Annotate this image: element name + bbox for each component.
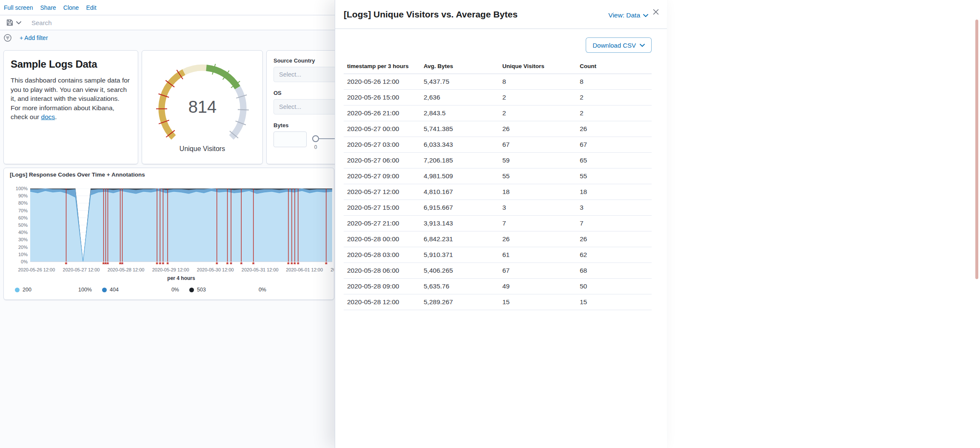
bytes-slider-min-value: 0: [314, 144, 317, 150]
table-header-row: timestamp per 3 hours Avg. Bytes Unique …: [344, 58, 652, 74]
share-link[interactable]: Share: [40, 4, 56, 11]
table-cell: 50: [576, 279, 652, 294]
full-screen-link[interactable]: Full screen: [4, 4, 33, 11]
gauge-range-arc: [162, 72, 184, 137]
table-row: 2020-05-28 12:005,289.2671515: [344, 294, 652, 310]
table-cell: 5,910.371: [420, 247, 499, 263]
table-cell: 2020-05-27 15:00: [344, 200, 420, 216]
table-row: 2020-05-27 06:007,206.1855965: [344, 153, 652, 168]
scrollbar-thumb[interactable]: [975, 20, 978, 279]
table-row: 2020-05-26 21:002,843.522: [344, 106, 652, 121]
table-cell: 3,913.143: [420, 216, 499, 231]
x-tick-label: 2020-05-26 12:00: [18, 267, 55, 272]
view-selector-button[interactable]: View: Data: [608, 11, 648, 19]
chevron-down-icon: [16, 21, 21, 24]
table-row: 2020-05-27 15:006,915.66733: [344, 200, 652, 216]
search-input[interactable]: Search: [31, 19, 52, 26]
table-cell: 2020-05-26 21:00: [344, 106, 420, 121]
edit-link[interactable]: Edit: [86, 4, 96, 11]
gauge-chart: 814: [143, 57, 262, 148]
table-cell: 62: [576, 247, 652, 263]
legend-item-404[interactable]: 404 0%: [102, 287, 179, 293]
table-row: 2020-05-28 00:006,842.2312626: [344, 231, 652, 247]
bytes-input[interactable]: [273, 131, 307, 147]
table-cell: 2020-05-27 06:00: [344, 153, 420, 168]
docs-link[interactable]: docs: [41, 113, 55, 120]
table-cell: 7,206.185: [420, 153, 499, 168]
table-cell: 2,843.5: [420, 106, 499, 121]
table-cell: 2: [576, 106, 652, 121]
table-cell: 67: [576, 137, 652, 153]
table-cell: 3: [576, 200, 652, 216]
x-tick-label: 2020-06-02 12:00: [330, 267, 334, 272]
add-filter-button[interactable]: + Add filter: [20, 34, 48, 41]
legend-label-404: 404: [110, 287, 119, 293]
legend-value-503: 0%: [259, 287, 266, 293]
legend-value-404: 0%: [171, 287, 179, 293]
close-icon: [652, 9, 659, 15]
annotation-marker: *: [162, 260, 164, 268]
table-row: 2020-05-27 21:003,913.14377: [344, 216, 652, 231]
table-cell: 7: [576, 216, 652, 231]
y-axis-labels: 100%90%80%70%60%50%40%30%20%10%0%: [4, 168, 28, 270]
table-cell: 26: [576, 121, 652, 137]
table-cell: 2: [499, 90, 576, 106]
download-csv-button[interactable]: Download CSV: [586, 37, 652, 53]
table-cell: 2: [499, 106, 576, 121]
annotation-marker: *: [159, 260, 161, 268]
legend-item-503[interactable]: 503 0%: [189, 287, 266, 293]
annotation-marker: *: [291, 260, 293, 268]
download-csv-label: Download CSV: [593, 42, 636, 49]
table-row: 2020-05-28 06:005,406.2656768: [344, 263, 652, 279]
filter-icon[interactable]: [3, 34, 12, 42]
gauge-value: 814: [188, 97, 217, 116]
table-row: 2020-05-28 03:005,910.3716162: [344, 247, 652, 263]
table-cell: 6,915.667: [420, 200, 499, 216]
table-row: 2020-05-26 12:005,437.7588: [344, 74, 652, 90]
table-cell: 18: [576, 184, 652, 200]
table-cell: 2020-05-27 21:00: [344, 216, 420, 231]
data-flyout: [Logs] Unique Visitors vs. Average Bytes…: [335, 0, 667, 448]
annotation-marker: *: [293, 260, 296, 268]
y-tick-label: 100%: [16, 186, 28, 191]
chevron-down-icon: [640, 44, 645, 47]
os-placeholder: Select...: [279, 103, 301, 110]
flyout-body: Download CSV timestamp per 3 hours Avg. …: [335, 29, 667, 448]
table-cell: 2020-05-27 03:00: [344, 137, 420, 153]
table-cell: 2020-05-28 03:00: [344, 247, 420, 263]
y-tick-label: 0%: [21, 259, 28, 264]
sample-logs-body: This dashboard contains sample data for …: [11, 76, 131, 122]
clone-link[interactable]: Clone: [63, 4, 79, 11]
annotation-marker: *: [166, 260, 169, 268]
table-cell: 2020-05-28 06:00: [344, 263, 420, 279]
sample-logs-panel: Sample Logs Data This dashboard contains…: [3, 50, 138, 164]
table-cell: 67: [499, 263, 576, 279]
annotation-marker: *: [121, 260, 124, 268]
table-row: 2020-05-28 09:005,635.764950: [344, 279, 652, 294]
annotation-marker: *: [65, 260, 68, 268]
unique-visitors-gauge-panel: 814 Unique Visitors: [142, 50, 263, 164]
table-cell: 2020-05-28 09:00: [344, 279, 420, 294]
gauge-tick: [238, 110, 249, 110]
annotation-marker: *: [107, 260, 109, 268]
table-cell: 15: [576, 294, 652, 310]
table-cell: 15: [499, 294, 576, 310]
table-cell: 2020-05-26 12:00: [344, 74, 420, 90]
annotation-marker: *: [287, 260, 290, 268]
legend-item-200[interactable]: 200 100%: [15, 287, 92, 293]
table-cell: 2: [576, 90, 652, 106]
response-codes-title: [Logs] Response Codes Over Time + Annota…: [10, 171, 145, 178]
table-cell: 2020-05-27 09:00: [344, 168, 420, 184]
annotation-marker: *: [252, 260, 255, 268]
legend-dot-200: [15, 288, 20, 292]
legend-label-503: 503: [197, 287, 206, 293]
bytes-slider-handle[interactable]: [312, 135, 319, 142]
legend-label-200: 200: [23, 287, 31, 293]
saved-query-button[interactable]: [0, 15, 25, 30]
gauge-label: Unique Visitors: [142, 145, 262, 153]
table-cell: 65: [576, 153, 652, 168]
close-button[interactable]: [651, 7, 661, 17]
table-cell: 3: [499, 200, 576, 216]
legend-dot-503: [189, 288, 194, 292]
table-cell: 8: [499, 74, 576, 90]
